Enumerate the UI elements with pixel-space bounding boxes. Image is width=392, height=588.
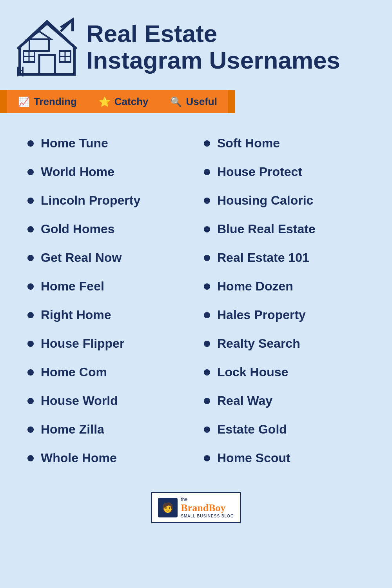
- left-list-item: Home Feel: [24, 272, 200, 301]
- right-list-item: Home Scout: [200, 444, 376, 472]
- list-item-text: Estate Gold: [217, 422, 287, 437]
- list-item-text: Get Real Now: [41, 250, 122, 265]
- tab-useful-label: Useful: [186, 96, 217, 108]
- bullet-icon: [204, 398, 210, 404]
- list-item-text: Right Home: [41, 308, 111, 322]
- list-item-text: Blue Real Estate: [217, 222, 316, 236]
- bullet-icon: [27, 255, 34, 261]
- list-item-text: House Flipper: [41, 336, 124, 351]
- svg-rect-13: [29, 39, 49, 51]
- tab-useful[interactable]: 🔍 Useful: [159, 90, 228, 113]
- left-list-item: Home Zilla: [24, 415, 200, 444]
- left-list-item: Home Com: [24, 358, 200, 387]
- brandboy-mascot: 🧑: [158, 498, 178, 517]
- bullet-icon: [204, 341, 210, 347]
- list-item-text: Real Way: [217, 394, 272, 408]
- right-list-item: Housing Caloric: [200, 186, 376, 215]
- left-list-item: Home Tune: [24, 129, 200, 158]
- left-list-item: House World: [24, 387, 200, 415]
- left-column: Home Tune World Home Lincoln Property Go…: [24, 129, 200, 472]
- house-icon: [16, 16, 78, 78]
- bullet-icon: [27, 226, 34, 232]
- boy-part: Boy: [209, 502, 225, 514]
- right-list-item: Hales Property: [200, 301, 376, 329]
- tab-trending[interactable]: 📈 Trending: [7, 90, 88, 113]
- list-item-text: House Protect: [217, 165, 302, 179]
- tab-right-accent: [228, 90, 235, 113]
- right-list-item: House Protect: [200, 158, 376, 186]
- bullet-icon: [27, 398, 34, 404]
- right-column: Soft Home House Protect Housing Caloric …: [200, 129, 376, 472]
- content-area: Home Tune World Home Lincoln Property Go…: [0, 125, 392, 480]
- bullet-icon: [204, 226, 210, 232]
- brandboy-logo: 🧑 the BrandBoy SMALL BUSINESS BLOG: [151, 492, 241, 523]
- bullet-icon: [204, 169, 210, 175]
- bullet-icon: [204, 198, 210, 204]
- header: Real EstateInstagram Usernames: [0, 0, 392, 86]
- svg-rect-1: [39, 55, 55, 74]
- right-list-item: Blue Real Estate: [200, 215, 376, 243]
- tab-left-accent: [0, 90, 7, 113]
- bullet-icon: [204, 283, 210, 290]
- trending-icon: 📈: [18, 96, 30, 107]
- bullet-icon: [27, 426, 34, 433]
- bullet-icon: [204, 255, 210, 261]
- left-list-item: Gold Homes: [24, 215, 200, 243]
- right-list-item: Real Estate 101: [200, 243, 376, 272]
- list-item-text: House World: [41, 394, 118, 408]
- bullet-icon: [204, 140, 210, 147]
- list-item-text: Lincoln Property: [41, 193, 140, 208]
- right-list-item: Estate Gold: [200, 415, 376, 444]
- svg-marker-0: [20, 24, 74, 74]
- right-list-item: Soft Home: [200, 129, 376, 158]
- bullet-icon: [204, 369, 210, 376]
- bullet-icon: [27, 198, 34, 204]
- brandboy-name: BrandBoy: [181, 502, 225, 514]
- list-item-text: Hales Property: [217, 308, 306, 322]
- left-list-item: Right Home: [24, 301, 200, 329]
- bullet-icon: [27, 140, 34, 147]
- catchy-icon: ⭐: [99, 96, 111, 107]
- left-list-item: Whole Home: [24, 444, 200, 472]
- tab-catchy[interactable]: ⭐ Catchy: [88, 90, 160, 113]
- bullet-icon: [204, 426, 210, 433]
- tab-catchy-label: Catchy: [114, 96, 149, 108]
- list-item-text: Home Tune: [41, 136, 108, 151]
- list-item-text: Soft Home: [217, 136, 280, 151]
- list-item-text: Home Dozen: [217, 279, 293, 294]
- useful-icon: 🔍: [170, 96, 182, 107]
- list-item-text: Lock House: [217, 365, 288, 379]
- brandboy-text: the BrandBoy SMALL BUSINESS BLOG: [181, 497, 234, 518]
- bullet-icon: [27, 341, 34, 347]
- brand-part: Brand: [181, 502, 209, 514]
- list-item-text: Realty Search: [217, 336, 300, 351]
- bullet-icon: [204, 455, 210, 461]
- list-item-text: Home Zilla: [41, 422, 104, 437]
- bullet-icon: [27, 169, 34, 175]
- left-list-item: Get Real Now: [24, 243, 200, 272]
- bullet-icon: [27, 455, 34, 461]
- left-list-item: House Flipper: [24, 329, 200, 358]
- tabs-row: 📈 Trending ⭐ Catchy 🔍 Useful: [0, 90, 392, 113]
- brandboy-sub: SMALL BUSINESS BLOG: [181, 514, 234, 518]
- bullet-icon: [27, 283, 34, 290]
- right-list-item: Real Way: [200, 387, 376, 415]
- tab-trending-label: Trending: [34, 96, 77, 108]
- list-item-text: World Home: [41, 165, 114, 179]
- list-item-text: Home Feel: [41, 279, 104, 294]
- left-list-item: World Home: [24, 158, 200, 186]
- right-list-item: Realty Search: [200, 329, 376, 358]
- left-list-item: Lincoln Property: [24, 186, 200, 215]
- bullet-icon: [27, 369, 34, 376]
- page-title: Real EstateInstagram Usernames: [86, 20, 340, 74]
- right-list-item: Home Dozen: [200, 272, 376, 301]
- list-item-text: Whole Home: [41, 451, 117, 465]
- footer: 🧑 the BrandBoy SMALL BUSINESS BLOG: [0, 480, 392, 531]
- list-item-text: Real Estate 101: [217, 250, 309, 265]
- list-item-text: Home Scout: [217, 451, 290, 465]
- brandboy-the: the: [181, 497, 187, 502]
- list-item-text: Home Com: [41, 365, 107, 379]
- bullet-icon: [204, 312, 210, 318]
- right-list-item: Lock House: [200, 358, 376, 387]
- list-item-text: Housing Caloric: [217, 193, 313, 208]
